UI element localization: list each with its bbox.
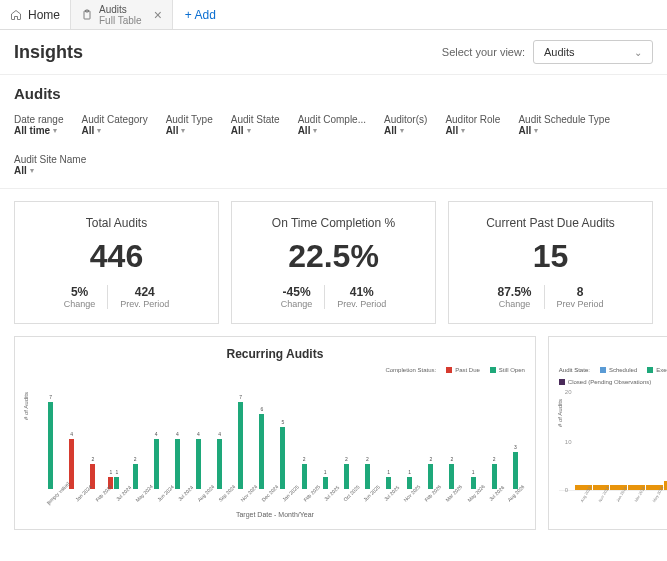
- kpi-value: 15: [459, 238, 642, 275]
- bar[interactable]: 7: [238, 402, 243, 490]
- bar[interactable]: 3: [513, 452, 518, 490]
- view-selector-label: Select your view:: [442, 46, 525, 58]
- bar[interactable]: 4: [69, 439, 74, 489]
- bar[interactable]: 1: [407, 477, 412, 490]
- tabs-bar: Home Audits Full Table × + Add: [0, 0, 667, 30]
- filter-audit-comple-[interactable]: Audit Comple...All ▾: [298, 114, 366, 136]
- bar[interactable]: 4: [217, 439, 222, 489]
- filter-audit-category[interactable]: Audit CategoryAll ▾: [81, 114, 147, 136]
- bar-group: 5: [273, 427, 292, 490]
- kpi-card: Total Audits 446 5%Change 424Prev. Perio…: [14, 201, 219, 324]
- filter-date-range[interactable]: Date rangeAll time ▾: [14, 114, 63, 136]
- filter-auditor-s-[interactable]: Auditor(s)All ▾: [384, 114, 427, 136]
- chevron-down-icon: ▾: [247, 126, 251, 135]
- filter-audit-schedule-type[interactable]: Audit Schedule TypeAll ▾: [518, 114, 610, 136]
- bar[interactable]: 5: [280, 427, 285, 490]
- y-axis-label: # of Audits: [557, 398, 563, 426]
- tab-home[interactable]: Home: [0, 0, 71, 29]
- bar[interactable]: 1: [114, 477, 119, 490]
- chevron-down-icon: ▾: [313, 126, 317, 135]
- kpi-title: On Time Completion %: [242, 216, 425, 230]
- chevron-down-icon: ▾: [400, 126, 404, 135]
- bar-group: 6: [252, 414, 271, 489]
- bar[interactable]: 4: [196, 439, 201, 489]
- close-icon[interactable]: ×: [154, 7, 162, 23]
- bar[interactable]: 4: [154, 439, 159, 489]
- bar[interactable]: 2: [302, 464, 307, 489]
- kpi-card: Current Past Due Audits 15 87.5%Change 8…: [448, 201, 653, 324]
- bar[interactable]: 2: [365, 464, 370, 489]
- bar[interactable]: 7: [48, 402, 53, 490]
- kpi-value: 446: [25, 238, 208, 275]
- charts-row: Recurring Audits Completion Status:Past …: [0, 336, 667, 544]
- chart-recurring-audits: Recurring Audits Completion Status:Past …: [14, 336, 536, 530]
- chart-title: Ad Hoc/One-Time Audits: [559, 347, 667, 361]
- tab-audits[interactable]: Audits Full Table ×: [71, 0, 173, 29]
- chevron-down-icon: ▾: [534, 126, 538, 135]
- tab-home-label: Home: [28, 8, 60, 22]
- bar[interactable]: 4: [175, 439, 180, 489]
- bar-group: 4: [147, 439, 166, 489]
- chart-legend: Audit State:ScheduledExecutionAwaiting A…: [559, 367, 667, 385]
- legend-item[interactable]: Scheduled: [600, 367, 637, 373]
- x-axis-labels: Aug 2013Nov 2013Jan 2014Mar 2014May 2014…: [559, 493, 667, 498]
- legend-item[interactable]: Past Due: [446, 367, 480, 373]
- bar[interactable]: 1: [386, 477, 391, 490]
- filters-bar: Date rangeAll time ▾Audit CategoryAll ▾A…: [0, 108, 667, 189]
- view-selector-dropdown[interactable]: Audits ⌄: [533, 40, 653, 64]
- tab-audits-subtitle: Full Table: [99, 15, 142, 26]
- bar[interactable]: 2: [344, 464, 349, 489]
- bar-group: 4: [168, 439, 187, 489]
- kpi-value: 22.5%: [242, 238, 425, 275]
- chart-adhoc-audits: Ad Hoc/One-Time Audits Audit State:Sched…: [548, 336, 667, 530]
- chevron-down-icon: ▾: [30, 166, 34, 175]
- kpi-title: Current Past Due Audits: [459, 216, 642, 230]
- filter-audit-site-name[interactable]: Audit Site NameAll ▾: [14, 154, 86, 176]
- filter-auditor-role[interactable]: Auditor RoleAll ▾: [445, 114, 500, 136]
- bar[interactable]: 1: [471, 477, 476, 490]
- section-title: Audits: [0, 75, 667, 108]
- chevron-down-icon: ▾: [97, 126, 101, 135]
- bar[interactable]: 2: [133, 464, 138, 489]
- chart-title: Recurring Audits: [25, 347, 525, 361]
- page-title: Insights: [14, 42, 83, 63]
- tab-audits-title: Audits: [99, 4, 142, 15]
- legend-item[interactable]: Still Open: [490, 367, 525, 373]
- insights-header: Insights Select your view: Audits ⌄: [0, 30, 667, 75]
- add-tab-button[interactable]: + Add: [173, 8, 228, 22]
- view-selector-value: Audits: [544, 46, 575, 58]
- kpi-title: Total Audits: [25, 216, 208, 230]
- filter-audit-type[interactable]: Audit TypeAll ▾: [166, 114, 213, 136]
- bar[interactable]: 1: [323, 477, 328, 490]
- x-axis-title: Audit Date - Month/Year: [559, 512, 667, 519]
- home-icon: [10, 9, 22, 21]
- bar[interactable]: 2: [492, 464, 497, 489]
- chart-plot: # of Audits 742112444476521221122123: [25, 379, 525, 489]
- y-axis-label: # of Audits: [23, 392, 29, 420]
- x-axis-labels: [empty value]Jan 2024Feb 2024Jul 2024May…: [25, 491, 525, 497]
- chart-plot: # of Audits 20 10 0: [559, 391, 667, 491]
- kpi-cards: Total Audits 446 5%Change 424Prev. Perio…: [0, 189, 667, 336]
- bar[interactable]: 2: [428, 464, 433, 489]
- x-axis-title: Target Date - Month/Year: [25, 511, 525, 518]
- chevron-down-icon: ⌄: [634, 47, 642, 58]
- bar[interactable]: 6: [259, 414, 264, 489]
- chevron-down-icon: ▾: [181, 126, 185, 135]
- clipboard-icon: [81, 9, 93, 21]
- kpi-card: On Time Completion % 22.5% -45%Change 41…: [231, 201, 436, 324]
- bar-group: 4: [189, 439, 208, 489]
- bar-group: 7: [231, 402, 250, 490]
- chevron-down-icon: ▾: [53, 126, 57, 135]
- legend-item[interactable]: Execution: [647, 367, 667, 373]
- bar[interactable]: 2: [449, 464, 454, 489]
- chart-legend: Completion Status:Past DueStill Open: [25, 367, 525, 373]
- bar-group: 7: [41, 402, 60, 490]
- filter-audit-state[interactable]: Audit StateAll ▾: [231, 114, 280, 136]
- bar-group: 4: [210, 439, 229, 489]
- chevron-down-icon: ▾: [461, 126, 465, 135]
- legend-item[interactable]: Closed (Pending Observations): [559, 379, 651, 385]
